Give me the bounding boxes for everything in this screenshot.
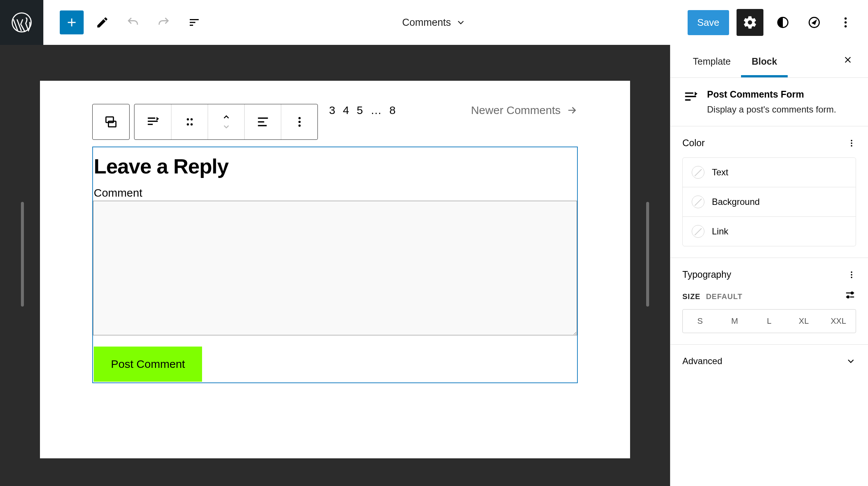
view-button[interactable] bbox=[802, 10, 826, 34]
align-button[interactable] bbox=[244, 104, 281, 139]
svg-point-13 bbox=[298, 124, 301, 127]
color-link-row[interactable]: Link bbox=[683, 216, 856, 246]
block-options-button[interactable] bbox=[281, 104, 317, 139]
svg-point-19 bbox=[851, 277, 852, 278]
svg-point-12 bbox=[298, 121, 301, 123]
document-overview-button[interactable] bbox=[182, 10, 206, 34]
move-buttons bbox=[208, 104, 244, 139]
size-l[interactable]: L bbox=[752, 310, 787, 333]
empty-swatch-icon bbox=[692, 225, 704, 238]
svg-point-16 bbox=[851, 145, 852, 147]
resize-handle-right[interactable] bbox=[646, 202, 649, 307]
dots-vertical-icon bbox=[292, 114, 307, 129]
block-type-icon bbox=[682, 89, 699, 105]
size-xxl[interactable]: XXL bbox=[821, 310, 856, 333]
dots-vertical-icon bbox=[847, 139, 856, 148]
post-comment-button[interactable]: Post Comment bbox=[94, 347, 202, 382]
form-heading: Leave a Reply bbox=[93, 147, 577, 187]
toolbar-left bbox=[43, 10, 206, 34]
settings-button[interactable] bbox=[737, 9, 763, 36]
post-comments-form-block[interactable]: Leave a Reply Comment Post Comment bbox=[92, 147, 578, 383]
drag-handle[interactable] bbox=[171, 104, 208, 139]
pencil-icon bbox=[96, 16, 109, 29]
styles-button[interactable] bbox=[771, 10, 795, 34]
comments-pagination: 1 2 3 4 5 … 8 Newer Comments bbox=[92, 104, 578, 117]
typography-panel-title: Typography bbox=[682, 269, 731, 280]
resize-handle-left[interactable] bbox=[21, 202, 24, 307]
undo-button[interactable] bbox=[121, 10, 145, 34]
comments-block-icon bbox=[103, 114, 118, 129]
post-comments-form-icon bbox=[682, 89, 699, 105]
svg-point-17 bbox=[851, 271, 852, 273]
tab-block[interactable]: Block bbox=[741, 45, 787, 77]
main-area: 1 2 3 4 5 … 8 Newer Comments Leave a Rep… bbox=[0, 45, 868, 486]
gear-icon bbox=[743, 15, 757, 30]
sidebar-tabs: Template Block bbox=[670, 45, 868, 78]
align-icon bbox=[255, 114, 270, 129]
toolbar-right: Save bbox=[688, 9, 868, 36]
custom-size-toggle[interactable] bbox=[844, 289, 856, 303]
document-title: Comments bbox=[402, 17, 451, 28]
advanced-panel-toggle[interactable]: Advanced bbox=[670, 345, 868, 378]
block-info-title: Post Comments Form bbox=[707, 89, 836, 100]
svg-point-11 bbox=[298, 117, 301, 119]
typography-panel-options[interactable] bbox=[847, 270, 856, 279]
newer-comments-link[interactable]: Newer Comments bbox=[471, 104, 578, 117]
size-xl[interactable]: XL bbox=[787, 310, 821, 333]
empty-swatch-icon bbox=[692, 196, 704, 208]
comment-textarea[interactable] bbox=[93, 201, 577, 335]
block-info-panel: Post Comments Form Display a post's comm… bbox=[670, 78, 868, 126]
move-up-icon[interactable] bbox=[222, 113, 231, 122]
wordpress-icon bbox=[11, 12, 32, 33]
block-type-button[interactable] bbox=[134, 104, 171, 139]
size-default-label: DEFAULT bbox=[706, 292, 743, 301]
document-title-dropdown[interactable]: Comments bbox=[402, 17, 466, 28]
dots-vertical-icon bbox=[839, 16, 852, 29]
chevron-down-icon bbox=[455, 17, 466, 28]
svg-point-3 bbox=[844, 21, 847, 24]
editor-canvas-wrapper: 1 2 3 4 5 … 8 Newer Comments Leave a Rep… bbox=[0, 45, 670, 486]
svg-point-10 bbox=[190, 123, 193, 126]
move-down-icon[interactable] bbox=[222, 122, 231, 131]
select-parent-button[interactable] bbox=[93, 104, 129, 139]
plus-icon bbox=[65, 16, 78, 29]
arrow-right-icon bbox=[566, 104, 578, 116]
undo-icon bbox=[126, 16, 140, 29]
svg-point-4 bbox=[844, 25, 847, 28]
color-background-row[interactable]: Background bbox=[683, 187, 856, 216]
drag-icon bbox=[182, 114, 197, 129]
color-list: Text Background Link bbox=[682, 157, 856, 246]
top-toolbar: Comments Save bbox=[0, 0, 868, 45]
typography-panel: Typography SIZE DEFAULT S M L XL XXL bbox=[670, 258, 868, 344]
svg-point-14 bbox=[851, 140, 852, 141]
svg-point-8 bbox=[190, 118, 193, 120]
close-icon bbox=[843, 55, 853, 65]
wordpress-logo[interactable] bbox=[0, 0, 43, 45]
contrast-icon bbox=[776, 16, 790, 29]
size-s[interactable]: S bbox=[683, 310, 717, 333]
svg-point-15 bbox=[851, 142, 852, 144]
color-link-label: Link bbox=[712, 226, 728, 237]
svg-point-7 bbox=[187, 118, 189, 120]
color-background-label: Background bbox=[712, 197, 760, 207]
options-button[interactable] bbox=[834, 10, 858, 34]
post-comments-form-icon bbox=[145, 114, 160, 129]
block-toolbar bbox=[92, 104, 322, 140]
newer-comments-label: Newer Comments bbox=[471, 104, 561, 117]
redo-icon bbox=[157, 16, 170, 29]
add-block-button[interactable] bbox=[60, 10, 84, 34]
size-m[interactable]: M bbox=[717, 310, 752, 333]
close-sidebar-button[interactable] bbox=[840, 51, 856, 71]
color-text-row[interactable]: Text bbox=[683, 158, 856, 187]
svg-point-21 bbox=[847, 296, 849, 298]
color-panel-title: Color bbox=[682, 138, 705, 148]
comment-field-label: Comment bbox=[93, 187, 577, 199]
redo-button[interactable] bbox=[152, 10, 176, 34]
tab-template[interactable]: Template bbox=[682, 45, 741, 77]
edit-tool-button[interactable] bbox=[90, 10, 114, 34]
editor-canvas[interactable]: 1 2 3 4 5 … 8 Newer Comments Leave a Rep… bbox=[40, 81, 630, 458]
save-button[interactable]: Save bbox=[688, 10, 729, 35]
color-panel-options[interactable] bbox=[847, 139, 856, 148]
size-button-group: S M L XL XXL bbox=[682, 309, 856, 333]
svg-point-2 bbox=[844, 18, 847, 20]
